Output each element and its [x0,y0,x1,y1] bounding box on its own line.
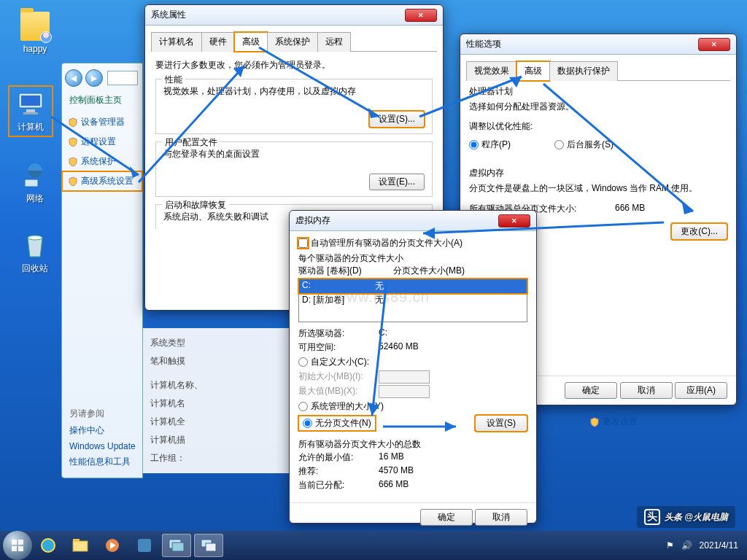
svg-rect-33 [206,543,216,551]
close-icon[interactable] [405,9,437,22]
svg-rect-1 [21,96,40,106]
start-button[interactable] [3,531,32,560]
system-info-pane: 系统类型 笔和触摸 计算机名称、 计算机名 计算机全 计算机描 工作组： [143,328,289,473]
ok-button[interactable]: 确定 [565,382,617,399]
radio-background[interactable]: 后台服务(S) [554,139,614,151]
tray-volume-icon[interactable]: 🔊 [681,540,692,551]
svg-rect-25 [73,541,88,551]
close-icon[interactable] [698,38,730,51]
taskbar-app[interactable] [130,534,159,557]
nav-fwd[interactable]: ► [85,69,103,87]
link-device-manager[interactable]: 设备管理器 [62,112,142,132]
radio-programs[interactable]: 程序(P) [469,139,511,151]
tab-computer-name[interactable]: 计算机名 [151,32,202,52]
label: 计算机 [9,121,53,133]
watermark: 头头条 @火鼠电脑 [637,506,735,528]
desktop-computer[interactable]: 计算机 [9,86,53,136]
auto-manage-checkbox[interactable]: 自动管理所有驱动器的分页文件大小(A) [298,237,527,249]
apply-button[interactable]: 应用(A) [675,382,727,399]
change-settings-link[interactable]: 更改设置 [589,416,638,428]
breadcrumb[interactable] [107,71,138,85]
title: 虚拟内存 [295,214,498,227]
also-see-label: 另请参阅 [69,405,136,422]
radio-custom-size[interactable]: 自定义大小(C): [298,356,527,368]
admin-note: 要进行大多数更改，您必须作为管理员登录。 [155,59,433,71]
tab-hardware[interactable]: 硬件 [201,32,235,52]
taskbar-media[interactable] [98,534,127,557]
headline-icon: 头 [644,509,660,525]
link-windows-update[interactable]: Windows Update [69,439,136,454]
tray-flag-icon[interactable]: ⚑ [666,540,674,551]
drive-c: C:无 [299,279,527,293]
link-remote-settings[interactable]: 远程设置 [62,132,142,152]
label: 网络 [13,192,57,205]
drive-list[interactable]: C:无 D: [新加卷]无 [298,279,527,322]
title: 性能选项 [466,38,698,50]
label: happy [13,44,57,54]
desktop-network[interactable]: 网络 [13,160,57,205]
taskbar-ie[interactable] [34,534,63,557]
radio-no-paging-file[interactable]: 无分页文件(N) [298,416,376,431]
radio-system-managed[interactable]: 系统管理的大小(Y) [298,400,527,413]
tab-remote[interactable]: 远程 [317,32,351,52]
system-tray[interactable]: ⚑ 🔊 2021/4/11 [666,540,744,551]
svg-rect-3 [23,112,38,114]
close-icon[interactable] [498,214,530,228]
desktop-user-folder[interactable]: happy [13,12,57,54]
drive-d: D: [新加卷]无 [299,293,527,307]
title: 系统属性 [151,9,405,21]
vm-change-button[interactable]: 更改(C)... [671,223,727,240]
cp-home-label: 控制面板主页 [62,88,142,112]
taskbar: ⚑ 🔊 2021/4/11 [0,531,747,560]
label: 回收站 [13,262,57,275]
svg-rect-2 [26,109,35,112]
cancel-button[interactable]: 取消 [620,382,673,399]
tab-visual-effects[interactable]: 视觉效果 [466,61,517,81]
nav-back[interactable]: ◄ [65,69,82,87]
tab-dep[interactable]: 数据执行保护 [549,61,618,81]
svg-point-6 [28,236,42,240]
link-advanced-system-settings[interactable]: 高级系统设置 [62,171,142,191]
user-profiles-settings-button[interactable]: 设置(E)... [369,174,425,190]
svg-rect-29 [138,539,151,552]
svg-point-24 [42,539,55,552]
link-perf-info[interactable]: 性能信息和工具 [69,454,136,470]
svg-rect-26 [73,539,80,542]
ok-button[interactable]: 确定 [420,509,473,526]
link-action-center[interactable]: 操作中心 [69,422,136,439]
tab-advanced[interactable]: 高级 [516,61,550,81]
desktop-recycle-bin[interactable]: 回收站 [13,230,57,275]
tab-system-protection[interactable]: 系统保护 [267,32,318,52]
taskbar-dialog-window[interactable] [194,534,223,557]
cancel-button[interactable]: 取消 [475,509,527,526]
vm-set-button[interactable]: 设置(S) [475,415,527,432]
svg-rect-5 [25,179,38,187]
svg-rect-31 [172,542,184,551]
control-panel-sidebar: ◄ ► 控制面板主页 设备管理器 远程设置 系统保护 高级系统设置 另请参阅 操… [61,63,143,478]
link-system-protection[interactable]: 系统保护 [62,152,142,171]
taskbar-explorer[interactable] [66,534,95,557]
performance-settings-button[interactable]: 设置(S)... [369,111,425,128]
tab-advanced[interactable]: 高级 [234,32,268,52]
virtual-memory-dialog: 虚拟内存 自动管理所有驱动器的分页文件大小(A) 每个驱动器的分页文件大小 驱动… [289,210,537,524]
taskbar-system-window[interactable] [162,534,191,557]
tray-date: 2021/4/11 [700,540,738,551]
